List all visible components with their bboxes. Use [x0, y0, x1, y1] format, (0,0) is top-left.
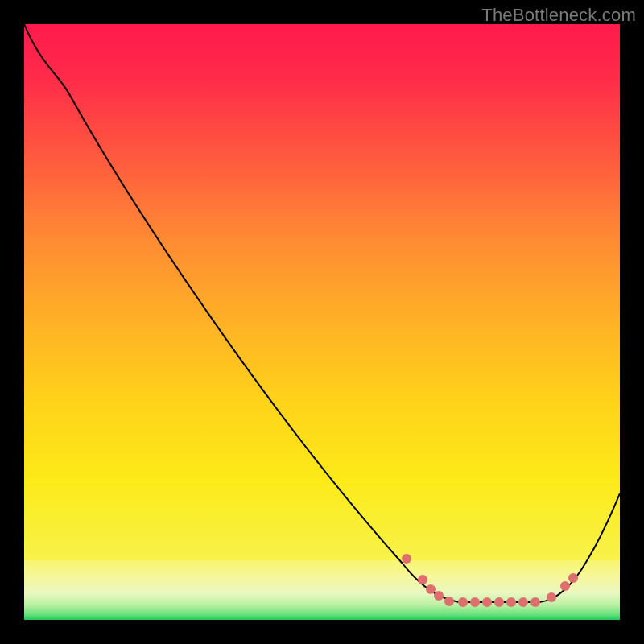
chart-container: TheBottleneck.com [0, 0, 644, 644]
data-point [560, 581, 570, 591]
plot-area [24, 24, 620, 620]
data-point [402, 554, 411, 564]
gradient-upper [24, 24, 620, 560]
chart-svg [24, 24, 620, 620]
data-point [530, 597, 540, 607]
data-point [494, 597, 504, 607]
data-point [518, 597, 528, 607]
data-point [470, 597, 480, 607]
data-point [506, 597, 516, 607]
data-point [547, 592, 556, 602]
data-point [568, 573, 578, 583]
data-point [434, 591, 444, 601]
gradient-lower [24, 560, 620, 620]
watermark-text: TheBottleneck.com [481, 5, 636, 26]
data-point [482, 597, 492, 607]
data-point [426, 584, 436, 594]
data-point [444, 597, 454, 606]
data-point [418, 575, 427, 584]
data-point [458, 597, 468, 607]
